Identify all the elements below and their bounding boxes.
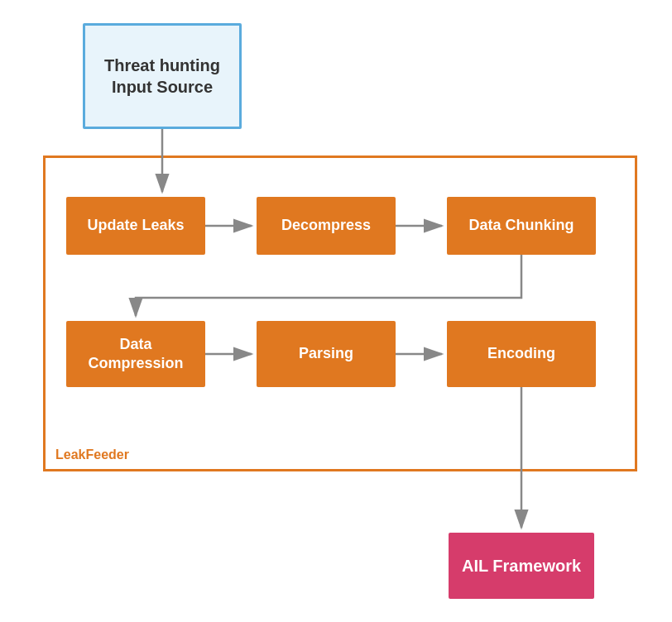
encoding-box: Encoding bbox=[447, 321, 596, 387]
data-compression-box: Data Compression bbox=[66, 321, 205, 387]
decompress-box: Decompress bbox=[257, 197, 396, 255]
parsing-label: Parsing bbox=[299, 344, 353, 363]
encoding-label: Encoding bbox=[487, 344, 555, 363]
ail-framework-label: AIL Framework bbox=[462, 557, 581, 576]
data-chunking-box: Data Chunking bbox=[447, 197, 596, 255]
ail-framework-box: AIL Framework bbox=[449, 533, 594, 599]
leakfeeder-label: LeakFeeder bbox=[55, 447, 129, 462]
update-leaks-box: Update Leaks bbox=[66, 197, 205, 255]
data-chunking-label: Data Chunking bbox=[468, 216, 574, 235]
input-source-label: Threat hunting Input Source bbox=[104, 55, 220, 98]
input-source-box: Threat hunting Input Source bbox=[83, 23, 242, 129]
data-compression-label: Data Compression bbox=[88, 335, 183, 374]
diagram-container: Threat hunting Input Source LeakFeeder U… bbox=[0, 0, 672, 622]
parsing-box: Parsing bbox=[257, 321, 396, 387]
decompress-label: Decompress bbox=[281, 216, 371, 235]
update-leaks-label: Update Leaks bbox=[87, 216, 184, 235]
